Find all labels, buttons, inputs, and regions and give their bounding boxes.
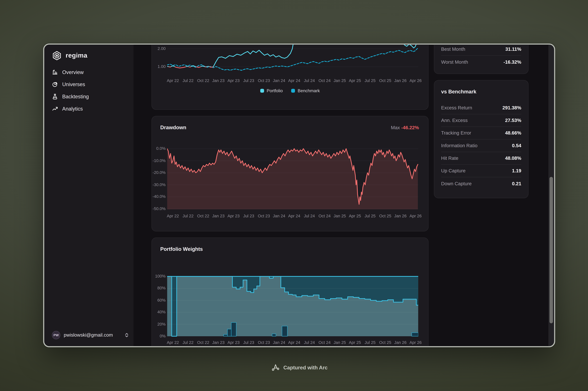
weights-chart: 100%80%60%40%20%0% Apr 22Jul 22Oct 22Jan… [167, 274, 418, 339]
metric-label: Best Month [441, 47, 465, 52]
y-tick-label: 40% [157, 309, 165, 314]
y-tick-label: 80% [157, 286, 165, 290]
sidebar-item-label: Overview [62, 69, 84, 75]
x-tick-label: Oct 23 [258, 213, 270, 218]
sidebar-item-overview[interactable]: Overview [44, 66, 134, 78]
y-tick-label: -20.0% [152, 170, 165, 175]
x-tick-label: Apr 26 [410, 78, 422, 83]
x-tick-label: Jul 25 [365, 340, 376, 345]
main-content: 2.001.00 Apr 22Jul 22Oct 22Jan 23Apr 23J… [134, 45, 554, 346]
x-tick-label: Jul 24 [304, 213, 315, 218]
overview-icon [52, 69, 58, 75]
equity-chart: 2.001.00 Apr 22Jul 22Oct 22Jan 23Apr 23J… [167, 43, 418, 77]
legend-swatch [291, 89, 295, 93]
sidebar: regima OverviewUniversesBacktestingAnaly… [44, 45, 134, 346]
analytics-icon [52, 106, 58, 112]
x-tick-label: Jan 23 [212, 213, 225, 218]
x-tick-label: Apr 23 [227, 213, 240, 218]
metric-value: 27.53% [505, 118, 521, 123]
metric-label: Ann. Excess [441, 118, 467, 123]
x-tick-label: Jul 25 [365, 78, 376, 83]
y-tick-label: 2.00 [157, 46, 165, 51]
sidebar-item-backtesting[interactable]: Backtesting [44, 90, 134, 102]
metric-row: Up Capture1.19 [441, 165, 521, 177]
vs-benchmark-title: vs Benchmark [441, 89, 476, 95]
x-tick-label: Oct 22 [197, 78, 209, 83]
metric-value: 0.54 [512, 143, 521, 148]
monthly-stats-card: Best Month31.11%Worst Month-16.32% [434, 43, 529, 74]
x-tick-label: Jan 24 [273, 78, 285, 83]
x-tick-label: Oct 25 [379, 340, 391, 345]
x-tick-label: Apr 25 [349, 213, 361, 218]
drawdown-max-annotation: Max -46.22% [391, 125, 419, 130]
arc-logo-icon [271, 363, 280, 372]
x-tick-label: Apr 24 [288, 213, 300, 218]
legend-item-portfolio[interactable]: Portfolio [260, 89, 283, 93]
metric-value: 31.11% [505, 47, 521, 52]
x-tick-label: Jul 22 [182, 340, 193, 345]
metric-label: Tracking Error [441, 130, 471, 136]
metric-row: Tracking Error48.66% [441, 127, 521, 140]
drawdown-chart: 0.0%-10.0%-20.0%-30.0%-40.0%-50.0% Apr 2… [167, 146, 418, 212]
y-tick-label: 20% [157, 322, 165, 326]
vs-benchmark-card: vs Benchmark Excess Return291.38%Ann. Ex… [434, 80, 529, 198]
avatar: PW [52, 331, 60, 339]
metric-value: 48.08% [505, 156, 521, 161]
x-tick-label: Apr 22 [167, 213, 179, 218]
metric-label: Information Ratio [441, 143, 477, 148]
x-tick-label: Apr 25 [349, 340, 361, 345]
legend-label: Benchmark [298, 89, 320, 93]
x-tick-label: Oct 23 [258, 340, 270, 345]
x-tick-label: Jul 22 [182, 213, 193, 218]
legend-item-benchmark[interactable]: Benchmark [291, 89, 320, 93]
sidebar-item-universes[interactable]: Universes [44, 78, 134, 90]
universes-icon [52, 81, 58, 87]
portfolio-weights-card: Portfolio Weights 100%80%60%40%20%0% Apr… [151, 238, 429, 347]
capture-watermark-text: Captured with Arc [284, 365, 328, 371]
x-tick-label: Jan 26 [394, 78, 407, 83]
x-tick-label: Apr 26 [410, 340, 422, 345]
legend-label: Portfolio [267, 89, 283, 93]
x-tick-label: Apr 22 [167, 78, 179, 83]
x-tick-label: Oct 25 [379, 213, 391, 218]
x-tick-label: Oct 24 [318, 340, 331, 345]
x-tick-label: Apr 23 [227, 78, 240, 83]
equity-curve-card: 2.001.00 Apr 22Jul 22Oct 22Jan 23Apr 23J… [151, 43, 429, 110]
sidebar-item-analytics[interactable]: Analytics [44, 102, 134, 115]
weights-x-axis: Apr 22Jul 22Oct 22Jan 23Apr 23Jul 23Oct … [167, 340, 418, 345]
y-tick-label: -40.0% [152, 194, 165, 199]
equity-x-axis: Apr 22Jul 22Oct 22Jan 23Apr 23Jul 23Oct … [167, 78, 418, 84]
y-tick-label: -30.0% [152, 182, 165, 187]
scrollbar-track[interactable] [548, 45, 554, 346]
metric-row: Ann. Excess27.53% [441, 114, 521, 127]
x-tick-label: Jan 26 [394, 213, 407, 218]
x-tick-label: Apr 25 [349, 78, 361, 83]
x-tick-label: Jul 23 [243, 340, 254, 345]
sidebar-item-label: Universes [62, 82, 85, 87]
x-tick-label: Apr 24 [288, 340, 300, 345]
legend-swatch [260, 89, 264, 93]
max-value: -46.22% [401, 125, 419, 130]
metric-row: Down Capture0.21 [441, 177, 521, 190]
x-tick-label: Apr 26 [410, 213, 422, 218]
y-tick-label: 100% [155, 274, 166, 278]
vs-benchmark-rows: Excess Return291.38%Ann. Excess27.53%Tra… [441, 102, 521, 190]
y-tick-label: 0% [160, 334, 166, 338]
metric-label: Excess Return [441, 105, 472, 110]
drawdown-y-axis: 0.0%-10.0%-20.0%-30.0%-40.0%-50.0% [152, 146, 165, 212]
metric-label: Down Capture [441, 181, 472, 186]
metric-label: Up Capture [441, 168, 465, 173]
y-tick-label: 60% [157, 298, 165, 302]
scrollbar-thumb[interactable] [550, 177, 553, 323]
sidebar-item-label: Analytics [62, 106, 83, 111]
equity-legend: PortfolioBenchmark [152, 89, 428, 93]
brand[interactable]: regima [52, 51, 87, 61]
y-tick-label: -10.0% [152, 158, 165, 163]
metric-row: Excess Return291.38% [441, 102, 521, 114]
max-label: Max [391, 125, 400, 130]
user-menu[interactable]: PW pwislowski@gmail.com [50, 329, 129, 341]
x-tick-label: Jan 24 [273, 213, 285, 218]
regima-logo-icon [52, 51, 62, 61]
app-window: regima OverviewUniversesBacktestingAnaly… [43, 43, 555, 347]
x-tick-label: Jan 25 [333, 213, 346, 218]
